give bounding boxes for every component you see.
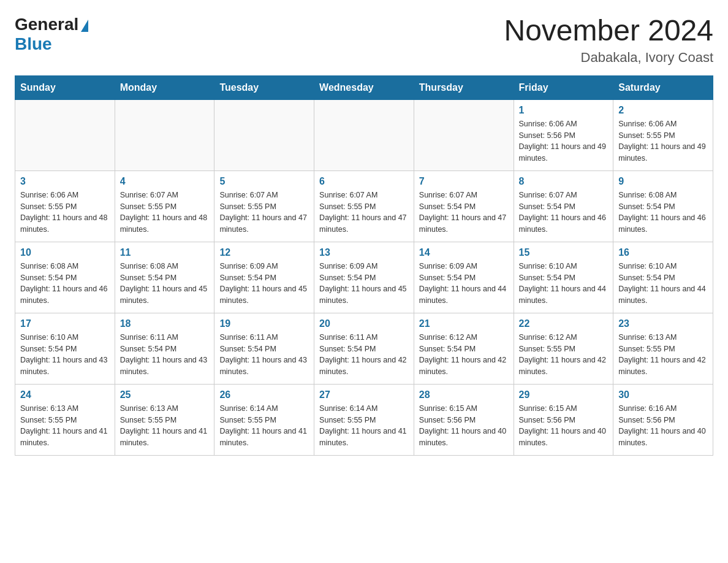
table-row: 1Sunrise: 6:06 AM Sunset: 5:56 PM Daylig… (514, 99, 613, 170)
day-number: 1 (519, 105, 609, 116)
table-row: 6Sunrise: 6:07 AM Sunset: 5:55 PM Daylig… (314, 170, 414, 242)
day-info: Sunrise: 6:08 AM Sunset: 5:54 PM Dayligh… (120, 261, 210, 307)
day-info: Sunrise: 6:10 AM Sunset: 5:54 PM Dayligh… (20, 332, 110, 378)
table-row: 14Sunrise: 6:09 AM Sunset: 5:54 PM Dayli… (414, 242, 514, 313)
day-number: 3 (20, 176, 110, 187)
col-saturday: Saturday (613, 75, 713, 99)
logo-blue-text: Blue (15, 34, 52, 54)
day-info: Sunrise: 6:10 AM Sunset: 5:54 PM Dayligh… (618, 261, 708, 307)
day-number: 20 (319, 318, 409, 329)
location-subtitle: Dabakala, Ivory Coast (504, 50, 713, 66)
table-row (414, 99, 514, 170)
day-info: Sunrise: 6:15 AM Sunset: 5:56 PM Dayligh… (519, 403, 609, 449)
day-info: Sunrise: 6:14 AM Sunset: 5:55 PM Dayligh… (319, 403, 409, 449)
day-info: Sunrise: 6:12 AM Sunset: 5:55 PM Dayligh… (519, 332, 609, 378)
table-row: 25Sunrise: 6:13 AM Sunset: 5:55 PM Dayli… (115, 384, 214, 455)
col-tuesday: Tuesday (214, 75, 314, 99)
table-row: 10Sunrise: 6:08 AM Sunset: 5:54 PM Dayli… (15, 242, 115, 313)
table-row: 30Sunrise: 6:16 AM Sunset: 5:56 PM Dayli… (613, 384, 713, 455)
day-number: 9 (618, 176, 708, 187)
table-row: 18Sunrise: 6:11 AM Sunset: 5:54 PM Dayli… (115, 313, 214, 384)
day-number: 29 (519, 389, 609, 400)
day-number: 23 (618, 318, 708, 329)
day-number: 18 (120, 318, 210, 329)
table-row: 20Sunrise: 6:11 AM Sunset: 5:54 PM Dayli… (314, 313, 414, 384)
day-number: 10 (20, 247, 110, 258)
table-row: 24Sunrise: 6:13 AM Sunset: 5:55 PM Dayli… (15, 384, 115, 455)
day-info: Sunrise: 6:12 AM Sunset: 5:54 PM Dayligh… (419, 332, 509, 378)
day-number: 5 (219, 176, 309, 187)
logo: General Blue (15, 15, 88, 54)
day-info: Sunrise: 6:11 AM Sunset: 5:54 PM Dayligh… (120, 332, 210, 378)
table-row: 17Sunrise: 6:10 AM Sunset: 5:54 PM Dayli… (15, 313, 115, 384)
day-info: Sunrise: 6:14 AM Sunset: 5:55 PM Dayligh… (219, 403, 309, 449)
table-row (115, 99, 214, 170)
day-number: 27 (319, 389, 409, 400)
logo-general-text: General (15, 15, 78, 34)
day-number: 26 (219, 389, 309, 400)
day-info: Sunrise: 6:13 AM Sunset: 5:55 PM Dayligh… (618, 332, 708, 378)
day-number: 4 (120, 176, 210, 187)
table-row: 15Sunrise: 6:10 AM Sunset: 5:54 PM Dayli… (514, 242, 613, 313)
table-row: 11Sunrise: 6:08 AM Sunset: 5:54 PM Dayli… (115, 242, 214, 313)
day-info: Sunrise: 6:10 AM Sunset: 5:54 PM Dayligh… (519, 261, 609, 307)
day-info: Sunrise: 6:15 AM Sunset: 5:56 PM Dayligh… (419, 403, 509, 449)
day-number: 7 (419, 176, 509, 187)
title-area: November 2024 Dabakala, Ivory Coast (504, 15, 713, 66)
day-info: Sunrise: 6:06 AM Sunset: 5:55 PM Dayligh… (618, 118, 708, 164)
table-row (314, 99, 414, 170)
table-row: 13Sunrise: 6:09 AM Sunset: 5:54 PM Dayli… (314, 242, 414, 313)
day-info: Sunrise: 6:09 AM Sunset: 5:54 PM Dayligh… (319, 261, 409, 307)
day-info: Sunrise: 6:16 AM Sunset: 5:56 PM Dayligh… (618, 403, 708, 449)
day-number: 24 (20, 389, 110, 400)
day-number: 11 (120, 247, 210, 258)
day-info: Sunrise: 6:07 AM Sunset: 5:55 PM Dayligh… (319, 190, 409, 236)
table-row: 9Sunrise: 6:08 AM Sunset: 5:54 PM Daylig… (613, 170, 713, 242)
day-number: 13 (319, 247, 409, 258)
table-row: 26Sunrise: 6:14 AM Sunset: 5:55 PM Dayli… (214, 384, 314, 455)
day-info: Sunrise: 6:07 AM Sunset: 5:54 PM Dayligh… (519, 190, 609, 236)
calendar-table: Sunday Monday Tuesday Wednesday Thursday… (15, 75, 713, 456)
calendar-week-row: 1Sunrise: 6:06 AM Sunset: 5:56 PM Daylig… (15, 99, 713, 170)
table-row: 27Sunrise: 6:14 AM Sunset: 5:55 PM Dayli… (314, 384, 414, 455)
calendar-week-row: 17Sunrise: 6:10 AM Sunset: 5:54 PM Dayli… (15, 313, 713, 384)
day-info: Sunrise: 6:13 AM Sunset: 5:55 PM Dayligh… (20, 403, 110, 449)
day-number: 19 (219, 318, 309, 329)
day-number: 25 (120, 389, 210, 400)
day-info: Sunrise: 6:06 AM Sunset: 5:55 PM Dayligh… (20, 190, 110, 236)
day-info: Sunrise: 6:07 AM Sunset: 5:54 PM Dayligh… (419, 190, 509, 236)
day-number: 17 (20, 318, 110, 329)
table-row: 16Sunrise: 6:10 AM Sunset: 5:54 PM Dayli… (613, 242, 713, 313)
table-row: 23Sunrise: 6:13 AM Sunset: 5:55 PM Dayli… (613, 313, 713, 384)
table-row: 2Sunrise: 6:06 AM Sunset: 5:55 PM Daylig… (613, 99, 713, 170)
table-row: 28Sunrise: 6:15 AM Sunset: 5:56 PM Dayli… (414, 384, 514, 455)
header: General Blue November 2024 Dabakala, Ivo… (15, 15, 713, 66)
col-thursday: Thursday (414, 75, 514, 99)
day-info: Sunrise: 6:11 AM Sunset: 5:54 PM Dayligh… (219, 332, 309, 378)
day-number: 22 (519, 318, 609, 329)
day-number: 14 (419, 247, 509, 258)
day-info: Sunrise: 6:13 AM Sunset: 5:55 PM Dayligh… (120, 403, 210, 449)
day-info: Sunrise: 6:07 AM Sunset: 5:55 PM Dayligh… (120, 190, 210, 236)
day-info: Sunrise: 6:06 AM Sunset: 5:56 PM Dayligh… (519, 118, 609, 164)
table-row: 3Sunrise: 6:06 AM Sunset: 5:55 PM Daylig… (15, 170, 115, 242)
day-info: Sunrise: 6:08 AM Sunset: 5:54 PM Dayligh… (618, 190, 708, 236)
col-wednesday: Wednesday (314, 75, 414, 99)
table-row: 22Sunrise: 6:12 AM Sunset: 5:55 PM Dayli… (514, 313, 613, 384)
day-number: 8 (519, 176, 609, 187)
table-row: 19Sunrise: 6:11 AM Sunset: 5:54 PM Dayli… (214, 313, 314, 384)
day-info: Sunrise: 6:08 AM Sunset: 5:54 PM Dayligh… (20, 261, 110, 307)
day-number: 15 (519, 247, 609, 258)
day-info: Sunrise: 6:09 AM Sunset: 5:54 PM Dayligh… (419, 261, 509, 307)
table-row: 21Sunrise: 6:12 AM Sunset: 5:54 PM Dayli… (414, 313, 514, 384)
day-number: 12 (219, 247, 309, 258)
day-number: 2 (618, 105, 708, 116)
table-row: 7Sunrise: 6:07 AM Sunset: 5:54 PM Daylig… (414, 170, 514, 242)
table-row: 5Sunrise: 6:07 AM Sunset: 5:55 PM Daylig… (214, 170, 314, 242)
calendar-week-row: 10Sunrise: 6:08 AM Sunset: 5:54 PM Dayli… (15, 242, 713, 313)
header-row: Sunday Monday Tuesday Wednesday Thursday… (15, 75, 713, 99)
day-number: 6 (319, 176, 409, 187)
table-row: 12Sunrise: 6:09 AM Sunset: 5:54 PM Dayli… (214, 242, 314, 313)
day-number: 21 (419, 318, 509, 329)
day-info: Sunrise: 6:11 AM Sunset: 5:54 PM Dayligh… (319, 332, 409, 378)
